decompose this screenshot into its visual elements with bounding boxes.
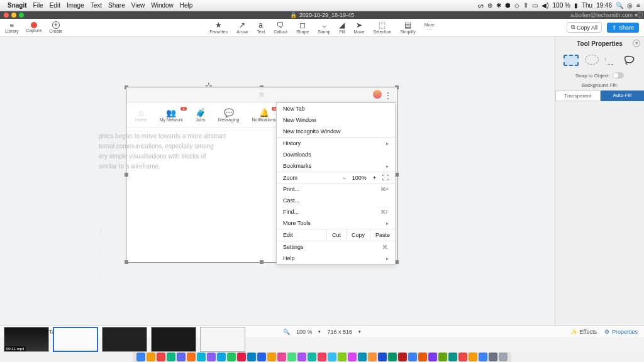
zoom-dropdown-icon[interactable]: ▾ [318, 329, 321, 334]
nav-jobs[interactable]: 🧳Jobs [196, 108, 206, 122]
help-icon[interactable]: ? [633, 40, 640, 47]
thumbnail[interactable] [151, 327, 196, 352]
copy-all-button[interactable]: ⧉Copy All [567, 22, 602, 33]
zoom-in[interactable]: + [373, 175, 376, 181]
create-button[interactable]: +Create [49, 21, 62, 33]
dock-app-icon[interactable] [227, 353, 236, 361]
volume-icon[interactable]: ◀︎) [541, 2, 548, 9]
library-button[interactable]: ≡Library [5, 21, 18, 33]
menu-more-tools[interactable]: More Tools▸ [277, 217, 395, 229]
dock-app-icon[interactable] [318, 353, 326, 361]
nav-messaging[interactable]: 💬Messaging [218, 108, 240, 122]
dock-app-icon[interactable] [207, 353, 216, 361]
dock-app-icon[interactable] [378, 353, 387, 361]
stamp-tool[interactable]: ⌵Stamp [318, 21, 330, 34]
dock-app-icon[interactable] [167, 353, 175, 361]
menu-bookmarks[interactable]: Bookmarks▸ [277, 160, 395, 172]
wifi-icon[interactable]: ⥣ [523, 2, 528, 9]
info-icon[interactable]: ⓘ [637, 11, 643, 19]
dock-app-icon[interactable] [388, 353, 397, 361]
menu-new-tab[interactable]: New Tab [277, 103, 395, 114]
nav-network[interactable]: 👥9My Network [160, 108, 183, 122]
dock-app-icon[interactable] [177, 353, 186, 361]
nav-home[interactable]: ⌂Home [135, 108, 147, 122]
oval-selection[interactable] [585, 55, 599, 65]
bookmark-star-icon[interactable]: ☆ [258, 90, 265, 99]
callout-tool[interactable]: 🗨Callout [274, 21, 287, 34]
menu-cut[interactable]: Cut [326, 229, 346, 241]
fill-tool[interactable]: ◢Fill [339, 21, 345, 34]
account[interactable]: a.bollen@techsmith.com [570, 12, 633, 18]
more-tools[interactable]: More⋯ [425, 23, 435, 33]
notifications-icon[interactable]: ≡ [636, 2, 640, 9]
dock-app-icon[interactable] [479, 353, 487, 361]
menu-find[interactable]: Find...⌘F [277, 206, 395, 217]
selection-tool[interactable]: ⬚Selection [374, 21, 392, 34]
nav-notifications[interactable]: 🔔61Notifications [252, 108, 276, 122]
dock-app-icon[interactable] [267, 353, 276, 361]
dock-app-icon[interactable] [308, 353, 316, 361]
dock-app-icon[interactable] [398, 353, 407, 361]
profile-avatar[interactable] [373, 90, 382, 99]
dock-app-icon[interactable] [489, 353, 497, 361]
display-icon[interactable]: ▭ [532, 2, 538, 9]
menu-new-window[interactable]: New Window [277, 114, 395, 126]
simplify-tool[interactable]: ▤Simplify [400, 21, 416, 34]
zoom-window[interactable] [19, 13, 24, 18]
dock-app-icon[interactable] [348, 353, 357, 361]
menu-image[interactable]: Image [67, 2, 84, 9]
dock-app-icon[interactable] [297, 353, 306, 361]
menu-new-incognito[interactable]: New Incognito Window [277, 126, 395, 137]
dock-app-icon[interactable] [237, 353, 246, 361]
dock-app-icon[interactable] [338, 353, 347, 361]
shape-tool[interactable]: ◻︎Shape [296, 21, 309, 34]
dock-app-icon[interactable] [197, 353, 206, 361]
polygon-selection[interactable] [605, 55, 616, 65]
share-button[interactable]: ⇪Share [607, 23, 639, 33]
chrome-menu-icon[interactable]: ⋮ [384, 91, 392, 100]
menu-file[interactable]: File [33, 2, 43, 9]
dock-app-icon[interactable] [257, 353, 266, 361]
thumbnail-selected[interactable] [53, 327, 98, 352]
menu-help[interactable]: Help [180, 2, 193, 9]
fullscreen-icon[interactable]: ⛶ [382, 174, 389, 181]
dock-app-icon[interactable] [147, 353, 155, 361]
bgfill-transparent[interactable]: Transparent [555, 90, 601, 101]
thumbnail[interactable] [200, 327, 245, 352]
menu-window[interactable]: Window [151, 2, 174, 9]
menu-view[interactable]: View [131, 2, 145, 9]
dock-app-icon[interactable] [287, 353, 296, 361]
dock-app-icon[interactable] [408, 353, 417, 361]
dock-app-icon[interactable] [187, 353, 196, 361]
dims-dropdown-icon[interactable]: ▾ [358, 329, 361, 334]
favorites-tool[interactable]: ★Favorites [209, 21, 228, 34]
zoom-out[interactable]: − [342, 175, 345, 181]
menu-paste[interactable]: Paste [370, 229, 395, 241]
close-window[interactable] [4, 13, 9, 18]
dock-app-icon[interactable] [247, 353, 256, 361]
dock-app-icon[interactable] [458, 353, 467, 361]
effects-button[interactable]: ✨Effects [570, 329, 597, 335]
dock-app-icon[interactable] [428, 353, 437, 361]
menu-help-cm[interactable]: Help▸ [277, 253, 395, 264]
lasso-selection[interactable] [623, 55, 636, 65]
capture-button[interactable]: Capture [26, 22, 42, 33]
app-name[interactable]: Snagit [8, 2, 27, 9]
rect-selection[interactable] [564, 55, 579, 66]
thumbnail[interactable]: 00:11.mp4 [4, 327, 49, 352]
dock-app-icon[interactable] [469, 353, 477, 361]
dock-app-icon[interactable] [136, 353, 145, 361]
time[interactable]: 19:46 [596, 2, 612, 9]
move-tool[interactable]: ➤Move [353, 21, 364, 34]
text-tool[interactable]: aText [257, 21, 265, 34]
minimize-window[interactable] [11, 13, 16, 18]
dock-app-icon[interactable] [418, 353, 427, 361]
control-center-icon[interactable]: ◎ [627, 2, 633, 9]
battery-icon[interactable]: ▮ [574, 2, 578, 9]
dock-app-icon[interactable] [277, 353, 286, 361]
dock-app-icon[interactable] [438, 353, 447, 361]
menu-text[interactable]: Text [91, 2, 102, 9]
dock-app-icon[interactable] [448, 353, 457, 361]
dock-app-icon[interactable] [328, 353, 336, 361]
dock-app-icon[interactable] [499, 353, 508, 361]
